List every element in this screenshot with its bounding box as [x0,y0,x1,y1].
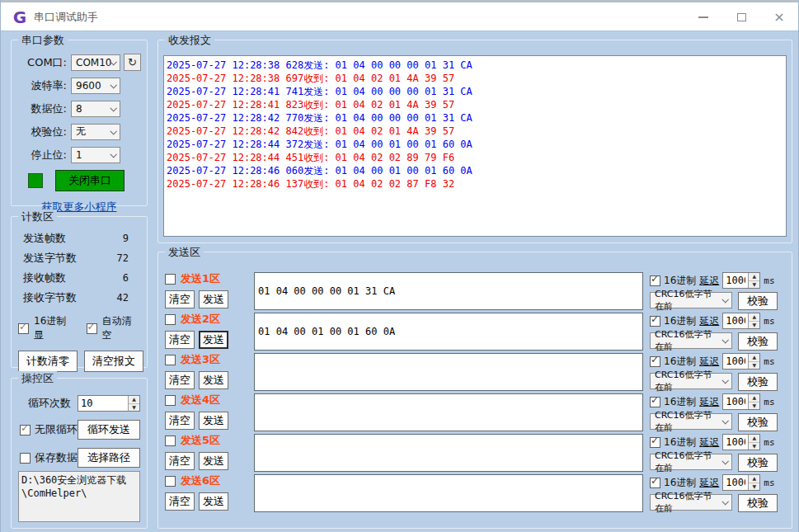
row-hex-input[interactable] [254,313,643,351]
spinner-arrows-icon[interactable]: ▲▼ [748,273,759,288]
send-row-checkbox[interactable]: ✓ [165,395,176,406]
row-hex-input[interactable] [254,434,643,472]
loop-count-stepper[interactable]: ▲▼ [78,395,140,412]
loop-send-button[interactable]: 循环发送 [78,420,140,440]
row-delay-stepper[interactable]: ▲▼ [722,474,760,491]
row-delay-stepper[interactable]: ▲▼ [722,353,760,370]
stop-bits-select[interactable]: 1 [71,147,120,163]
spinner-arrows-icon[interactable]: ▲▼ [748,435,759,450]
message-log[interactable]: 2025-07-27 12:28:38 628发送: 01 04 00 00 0… [163,55,787,237]
row-delay-stepper[interactable]: ▲▼ [722,393,760,410]
com-port-select[interactable]: COM10 [71,54,120,71]
row-send-button[interactable]: 发送 [199,331,228,349]
rx-bytes-label: 接收字节数 [23,290,77,305]
close-port-button[interactable]: 关闭串口 [55,170,125,191]
baud-rate-select[interactable]: 9600 [71,78,120,94]
chevron-down-icon [721,417,728,424]
tx-bytes-value: 72 [117,252,129,264]
row-crc-select[interactable]: CRC16低字节在前 [650,454,732,470]
row-hex-checkbox[interactable]: ✓ [650,356,660,367]
loop-count-input[interactable] [78,396,128,411]
row-send-button[interactable]: 发送 [199,412,228,430]
spinner-arrows-icon[interactable]: ▲▼ [748,354,759,369]
row-hex-checkbox[interactable]: ✓ [650,316,660,327]
spinner-arrows-icon[interactable]: ▲▼ [748,394,759,409]
row-verify-button[interactable]: 校验 [738,292,778,310]
row-crc-select[interactable]: CRC16低字节在前 [650,292,732,308]
row-delay-stepper[interactable]: ▲▼ [722,434,760,450]
row-hex-input[interactable] [254,353,643,391]
row-verify-button[interactable]: 校验 [738,332,778,351]
row-verify-button[interactable]: 校验 [738,454,778,472]
row-crc-select[interactable]: CRC16低字节在前 [650,332,732,349]
row-crc-value: CRC16低字节在前 [655,288,719,313]
send-row: ✓ 发送3区 清空 发送 ✓ 16进制 延迟 ▲▼ ms [165,353,787,391]
row-delay-input[interactable] [723,435,748,450]
select-path-button[interactable]: 选择路径 [78,448,140,468]
row-delay-stepper[interactable]: ▲▼ [722,272,760,289]
auto-clear-checkbox[interactable]: ✓ [87,323,97,334]
maximize-button[interactable] [722,2,760,31]
clear-log-button[interactable]: 清空报文 [84,351,143,372]
data-bits-select[interactable]: 8 [71,101,120,117]
refresh-ports-button[interactable]: ↻ [124,54,141,71]
log-entry: 2025-07-27 12:28:44 451收到: 01 04 02 02 8… [167,151,786,164]
row-send-button[interactable]: 发送 [199,452,228,470]
com-port-value: COM10 [76,57,111,68]
row-hex-input[interactable] [254,393,643,431]
reset-counters-button[interactable]: 计数清零 [18,351,78,372]
row-clear-button[interactable]: 清空 [165,492,195,511]
minimize-icon [698,16,708,18]
stop-bits-value: 1 [76,149,82,161]
row-crc-select[interactable]: CRC16低字节在前 [650,413,732,430]
minimize-button[interactable] [684,2,722,31]
rx-frames-row: 接收帧数 6 [12,268,147,288]
row-hex-input[interactable] [254,272,643,310]
row-clear-button[interactable]: 清空 [165,412,195,430]
row-delay-input[interactable] [723,273,748,288]
spinner-arrows-icon[interactable]: ▲▼ [128,396,139,411]
row-hex-checkbox[interactable]: ✓ [650,478,660,488]
spinner-arrows-icon[interactable]: ▲▼ [748,475,759,490]
row-send-button[interactable]: 发送 [199,371,228,389]
row-crc-select[interactable]: CRC16低字节在前 [650,373,732,389]
send-row-checkbox[interactable]: ✓ [165,274,176,285]
row-delay-input[interactable] [723,475,748,490]
row-verify-button[interactable]: 校验 [738,413,778,431]
row-hex-checkbox[interactable]: ✓ [650,437,660,448]
row-clear-button[interactable]: 清空 [165,452,195,470]
row-ms-label: ms [764,397,774,407]
row-hex-checkbox[interactable]: ✓ [650,275,660,286]
row-clear-button[interactable]: 清空 [165,331,195,349]
row-send-button[interactable]: 发送 [199,492,228,511]
parity-select[interactable]: 无 [71,124,120,140]
infinite-loop-checkbox[interactable]: ✓ [20,425,31,435]
spinner-arrows-icon[interactable]: ▲▼ [748,313,759,328]
row-clear-button[interactable]: 清空 [165,290,195,308]
send-row-checkbox[interactable]: ✓ [165,355,176,365]
row-hex-checkbox[interactable]: ✓ [650,397,660,407]
close-button[interactable]: × [760,2,798,31]
hex-display-checkbox[interactable]: ✓ [18,323,29,334]
row-verify-button[interactable]: 校验 [738,494,778,512]
row-delay-input[interactable] [723,394,748,409]
row-delay-input[interactable] [723,313,748,328]
row-delay-label: 延迟 [699,476,719,490]
window-title: 串口调试助手 [34,2,98,31]
row-ms-label: ms [764,356,774,367]
row-delay-input[interactable] [723,354,748,369]
row-clear-button[interactable]: 清空 [165,371,195,389]
row-send-button[interactable]: 发送 [199,290,228,308]
send-row-checkbox[interactable]: ✓ [165,435,176,446]
row-crc-select[interactable]: CRC16低字节在前 [650,494,732,511]
send-row-checkbox[interactable]: ✓ [165,314,176,325]
row-crc-value: CRC16低字节在前 [655,490,719,515]
save-data-checkbox[interactable]: ✓ [20,453,31,464]
row-delay-stepper[interactable]: ▲▼ [722,313,760,329]
send-row-label: 发送1区 [181,271,220,286]
row-verify-button[interactable]: 校验 [738,373,778,391]
send-row-checkbox[interactable]: ✓ [165,476,176,487]
baud-rate-value: 9600 [76,80,101,92]
save-path-box[interactable]: D:\360安全浏览器下载\ComHelper\ [18,471,140,522]
row-hex-input[interactable] [254,474,643,512]
